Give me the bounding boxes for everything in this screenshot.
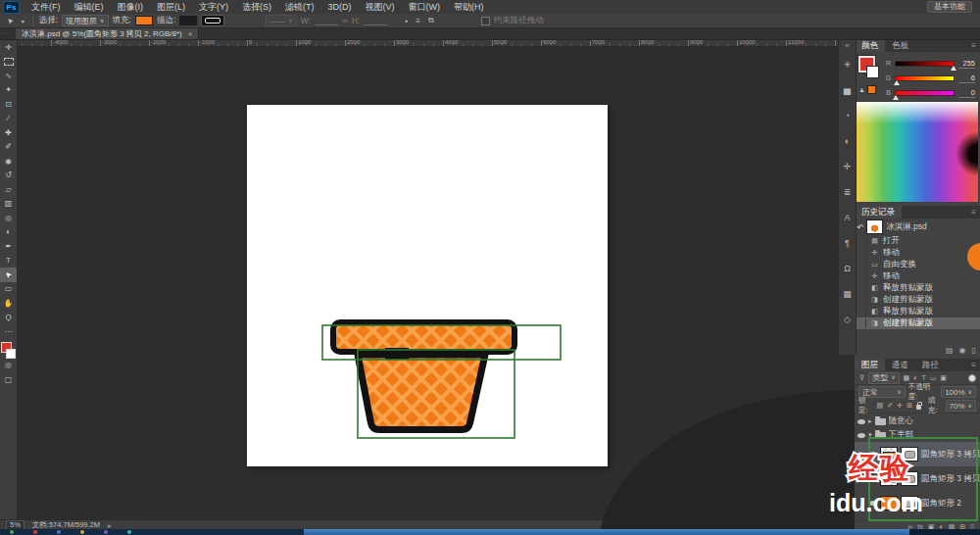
menu-item[interactable]: 图像(I) (111, 1, 151, 14)
tool-zoom[interactable]: Ϙ (0, 311, 17, 325)
vector-mask-thumbnail[interactable] (901, 471, 918, 486)
path-selection-tool-icon[interactable]: ➤ (3, 14, 17, 27)
filter-shape-layers-icon[interactable]: ▭ (929, 374, 938, 382)
taskbar-system-tray[interactable] (909, 529, 980, 535)
filter-kind-dropdown[interactable]: 类型 ∨ (868, 372, 899, 384)
tab-overflow-icon[interactable]: ∙∙ (2, 29, 8, 36)
history-step[interactable]: ▤打开 (855, 235, 980, 247)
history-source-column[interactable] (857, 295, 866, 305)
filter-pixel-layers-icon[interactable]: ▦ (903, 374, 911, 382)
tab-color[interactable]: 颜色 (855, 39, 885, 52)
stroke-style-preview[interactable] (201, 15, 224, 26)
history-source-column[interactable] (857, 271, 866, 281)
expand-chevron-icon[interactable]: ▾ (868, 431, 872, 439)
color-spectrum-field[interactable] (857, 102, 978, 202)
new-snapshot-icon[interactable]: ◉ (959, 346, 966, 355)
history-source-column[interactable] (857, 318, 866, 328)
taskbar-active-window[interactable] (304, 529, 909, 535)
layer-row[interactable]: 圆角矩形 2 (855, 491, 980, 515)
slider-thumb[interactable] (893, 95, 899, 100)
menu-item[interactable]: 文件(F) (24, 1, 68, 14)
tool-lasso[interactable]: ∿ (0, 69, 17, 83)
layer-thumbnail[interactable] (880, 496, 898, 511)
panel-menu-icon[interactable]: ≡ (971, 39, 980, 52)
taskbar-app-icon[interactable] (10, 530, 14, 534)
layer-row[interactable]: ▾下半部 (855, 428, 980, 442)
slider-track-R[interactable] (895, 61, 955, 67)
slider-thumb[interactable] (894, 80, 900, 85)
tab-paths[interactable]: 路径 (915, 359, 946, 371)
gamut-warning[interactable]: ▲ (858, 85, 876, 94)
dock-3d-icon[interactable]: ◇ (839, 307, 856, 332)
history-source-column[interactable] (857, 248, 866, 258)
menu-item[interactable]: 视图(V) (359, 1, 402, 14)
menu-item[interactable]: 编辑(E) (68, 1, 111, 14)
canvas-pasteboard[interactable]: -4000-3000-2000-100001000200030004000500… (17, 39, 838, 519)
dock-glyphs-icon[interactable]: Ω (839, 256, 856, 281)
tool-magic-wand[interactable]: ✦ (0, 83, 17, 98)
background-color-swatch[interactable] (866, 66, 879, 78)
stroke-color-swatch[interactable] (179, 16, 197, 25)
fill-dropdown[interactable]: 70% ∨ (946, 400, 976, 412)
dock-clone-source-icon[interactable]: ◐ (839, 128, 856, 154)
menu-item[interactable]: 图层(L) (150, 1, 192, 14)
tool-hand[interactable]: ✋ (0, 296, 17, 311)
history-source-column[interactable] (857, 283, 866, 293)
history-brush-source-icon[interactable]: ↶ (857, 222, 863, 232)
channel-value-field[interactable]: 0 (958, 88, 975, 98)
history-step[interactable]: ◧释放剪贴蒙版 (855, 306, 980, 317)
close-tab-icon[interactable]: × (188, 29, 193, 38)
horizontal-ruler[interactable]: -4000-3000-2000-100001000200030004000500… (17, 39, 838, 47)
layer-row[interactable]: ▸随意心 (855, 414, 980, 428)
path-arrangement-icon[interactable]: ⧉ (426, 16, 436, 25)
history-step[interactable]: ✛移动 (855, 247, 980, 259)
menu-item[interactable]: 3D(D) (321, 1, 359, 14)
lock-image-pixels-icon[interactable]: ✐ (886, 402, 894, 410)
tool-type[interactable]: T (0, 254, 17, 268)
vector-mask-thumbnail[interactable] (901, 447, 918, 462)
layer-row[interactable]: 圆角矩形 3 拷贝 (855, 466, 980, 491)
menu-item[interactable]: 窗口(W) (402, 1, 448, 14)
channel-value-field[interactable]: 6 (958, 73, 975, 83)
dock-actions-icon[interactable]: ≣ (839, 179, 856, 205)
tool-pen[interactable]: ✒ (0, 239, 17, 254)
tool-preset-chevron-icon[interactable]: ▾ (20, 18, 26, 24)
history-snapshot-row[interactable]: ↶ 冰淇淋.psd (855, 219, 980, 235)
tool-dodge[interactable]: ◐ (0, 225, 17, 240)
tool-blur[interactable]: ◎ (0, 211, 17, 225)
filter-type-layers-icon[interactable]: T (920, 374, 926, 382)
dock-histogram-icon[interactable]: ▅ (839, 77, 856, 103)
constrain-path-dragging-checkbox[interactable] (481, 17, 490, 25)
dock-adjustments-icon[interactable]: ✳ (839, 52, 856, 77)
windows-taskbar[interactable] (0, 529, 980, 535)
tool-rectangular-marquee[interactable] (0, 55, 17, 70)
taskbar-app-icon[interactable] (57, 530, 61, 534)
fill-color-swatch[interactable] (135, 16, 153, 25)
tab-history[interactable]: 历史记录 (855, 206, 902, 219)
lock-artboard-icon[interactable]: ⊞ (906, 402, 913, 410)
document-tab[interactable]: 冰淇淋.psd @ 5%(圆角矩形 3 拷贝 2, RGB/8*) × (16, 27, 199, 39)
lock-all-icon[interactable] (916, 405, 921, 410)
visibility-eye-icon[interactable] (869, 476, 877, 481)
vector-mask-thumbnail[interactable] (901, 496, 918, 511)
menu-item[interactable]: 帮助(H) (447, 1, 491, 14)
filter-adjustment-layers-icon[interactable]: ◐ (912, 374, 918, 382)
tool-edit-toolbar[interactable]: ⋯ (0, 324, 17, 339)
slider-track-B[interactable] (895, 90, 955, 96)
menu-item[interactable]: 文字(Y) (192, 1, 235, 14)
visibility-eye-icon[interactable] (869, 452, 877, 457)
tab-swatches[interactable]: 色板 (885, 39, 915, 52)
dock-collapse-panels-icon[interactable]: « (839, 39, 856, 52)
layer-thumbnail[interactable] (880, 471, 898, 486)
panel-menu-icon[interactable]: ≡ (971, 206, 980, 219)
tool-path-selection[interactable]: ➤ (0, 268, 17, 282)
panel-menu-icon[interactable]: ≡ (971, 359, 980, 371)
visibility-eye-icon[interactable] (858, 419, 865, 424)
tool-spot-healing-brush[interactable]: ✚ (0, 125, 17, 140)
layer-row[interactable]: 圆角矩形 3 拷贝 2 (855, 442, 980, 466)
dock-paragraph-icon[interactable]: ¶ (839, 230, 856, 256)
tool-crop[interactable]: ⊡ (0, 97, 17, 112)
tool-brush[interactable]: ✐ (0, 140, 17, 155)
quick-mask-button[interactable]: ◎ (0, 359, 17, 373)
tab-channels[interactable]: 通道 (885, 359, 915, 371)
